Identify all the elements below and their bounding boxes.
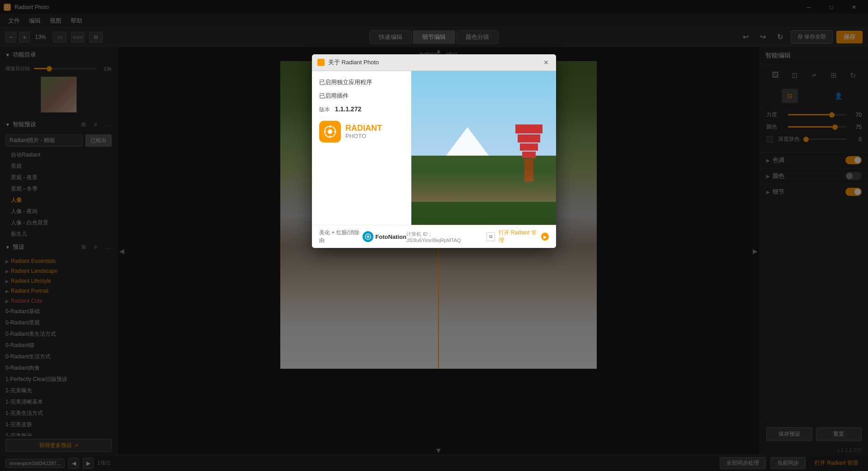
copy-machine-id-button[interactable]: ⧉ [486,232,495,241]
dialog-footer-right: 计算机 ID：JS3Iu6YimrIBejRpMTAQ ⧉ 打开 Radiant… [406,229,549,244]
version-value-text: 1.1.1.272 [335,105,361,113]
pagoda [515,124,542,179]
open-radiant-dialog-button[interactable]: 打开 Radiant 管理 ▶ [499,229,549,244]
fotonation-text: FotoNation [375,233,406,240]
plugin-label: 已启用插件 [319,92,349,99]
fotonation-icon [363,231,373,242]
dialog-title-bar: 关于 Radiant Photo ✕ [312,54,556,71]
dialog-close-button[interactable]: ✕ [542,58,551,67]
dialog-right-image [411,71,556,225]
dialog-footer: 美化 + 红眼/消除由 FotoNation 计算机 ID：JS3Iu6Yimr… [312,225,556,248]
dialog-footer-left: 美化 + 红眼/消除由 FotoNation [319,229,406,244]
dialog-left-panel: 已启用独立应用程序 已启用插件 版本 1.1.1.272 [312,71,411,225]
logo-sub-text: PHOTO [345,133,382,139]
about-dialog: 关于 Radiant Photo ✕ 已启用独立应用程序 已启用插件 版本 1.… [312,54,556,248]
dialog-app-icon [317,59,325,66]
svg-point-9 [367,236,369,238]
fotonation-logo: FotoNation [363,231,406,242]
radiant-logo-icon [319,121,341,143]
logo-text-area: RADIANT PHOTO [345,124,382,140]
dialog-logo: RADIANT PHOTO [319,121,404,143]
dialog-bg-scene [411,71,556,225]
dialog-body: 已启用独立应用程序 已启用插件 版本 1.1.1.272 [312,71,556,225]
standalone-info: 已启用独立应用程序 [319,78,404,86]
dialog-overlay: 关于 Radiant Photo ✕ 已启用独立应用程序 已启用插件 版本 1.… [0,0,868,471]
logo-brand-text: RADIANT [345,124,382,133]
machine-id-label: 计算机 ID：JS3Iu6YimrIBejRpMTAQ [406,231,483,243]
version-info: 版本 1.1.1.272 [319,105,404,114]
dialog-title-text: 关于 Radiant Photo [328,58,542,67]
plugin-info: 已启用插件 [319,92,404,100]
version-label-text: 版本 [319,106,330,113]
open-radiant-circle-icon: ▶ [541,233,549,241]
beauty-label: 美化 + 红眼/消除由 [319,229,360,244]
open-radiant-dialog-label: 打开 Radiant 管理 [499,229,540,244]
svg-point-3 [328,129,332,134]
standalone-label: 已启用独立应用程序 [319,79,372,86]
